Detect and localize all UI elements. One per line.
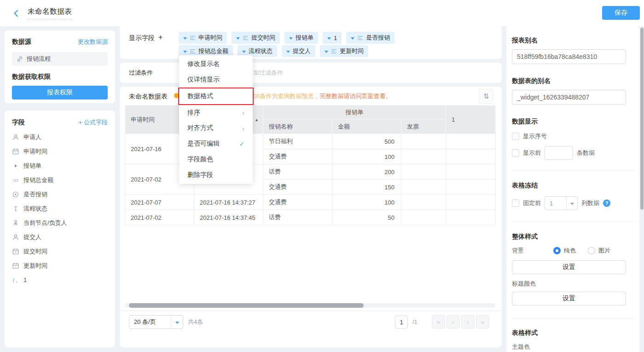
cell-formula: [446, 180, 496, 195]
field-item-total-amount[interactable]: 123 报销总金额: [12, 173, 108, 187]
image-radio[interactable]: 图片: [588, 246, 610, 255]
field-chip-container: 申请时间 提交时间 报销单 1 是否报销: [179, 32, 395, 55]
add-display-field-button[interactable]: +: [158, 34, 162, 41]
field-item-label: 当前节点/负责人: [23, 219, 67, 227]
report-permission-button[interactable]: 报表权限: [12, 86, 108, 100]
solid-color-radio[interactable]: 纯色: [553, 246, 576, 255]
page-number-input[interactable]: [395, 316, 408, 329]
chevron-down-icon[interactable]: [242, 51, 246, 53]
field-item-current-node[interactable]: 当前节点/负责人: [12, 216, 108, 230]
field-chip-expense-form[interactable]: 报销单: [284, 32, 318, 44]
freeze-checkbox[interactable]: [512, 199, 519, 207]
field-chip-submitter[interactable]: 提交人: [282, 45, 315, 57]
caret-right-icon: [12, 162, 19, 170]
show-index-checkbox[interactable]: [512, 133, 519, 140]
check-icon: ✓: [239, 141, 244, 147]
chevron-down-icon[interactable]: [325, 51, 328, 53]
cell-amount: 150: [332, 180, 401, 195]
menu-item-detail-only[interactable]: 仅详情显示: [179, 72, 253, 88]
prev-page-button[interactable]: ‹: [447, 315, 460, 329]
menu-item-sort[interactable]: 排序›: [179, 105, 253, 121]
page-size-select[interactable]: 20 条/页: [129, 315, 183, 329]
save-button[interactable]: 保存: [602, 6, 640, 20]
divider: [512, 221, 634, 222]
menu-item-editable[interactable]: 是否可编辑✓: [179, 136, 253, 152]
field-chip-formula-1[interactable]: 1: [323, 32, 342, 44]
field-chip-is-reimbursed[interactable]: 是否报销: [346, 32, 395, 44]
field-item-formula-1[interactable]: fx 1: [12, 273, 108, 287]
table-alias-input[interactable]: [512, 90, 626, 105]
overall-style-label: 整体样式: [512, 233, 627, 241]
chevron-down-icon[interactable]: [289, 37, 293, 40]
cell-amount: 200: [332, 164, 401, 180]
datasource-item[interactable]: 报销流程: [12, 52, 108, 66]
help-icon[interactable]: ?: [603, 199, 610, 207]
cell-formula: [446, 149, 496, 164]
last-page-button[interactable]: »: [476, 315, 489, 329]
field-item-process-status[interactable]: 流程状态: [12, 201, 108, 216]
field-chip-label: 报销单: [296, 34, 313, 42]
menu-item-alignment[interactable]: 对齐方式›: [179, 121, 253, 136]
field-item-apply-time[interactable]: 7 申请时间: [12, 144, 108, 158]
cell-invoice: [401, 134, 446, 149]
sort-arrows-icon: ⇅: [483, 92, 489, 100]
chevron-down-icon[interactable]: [286, 51, 290, 53]
column-sort-button[interactable]: ⇅: [479, 89, 493, 104]
preview-panel: 未命名数据表 00条作为查询数据预览，完整数据请访问页面查看。 ⇅ 申请时间 提…: [120, 87, 502, 347]
horizontal-scrollbar-thumb[interactable]: [129, 303, 364, 308]
vertical-scrollbar-thumb[interactable]: [640, 28, 644, 210]
report-alias-input[interactable]: [512, 49, 626, 64]
field-chip-update-time[interactable]: 更新时间: [320, 45, 368, 57]
align-left-icon: [331, 49, 337, 54]
field-item-expense-form[interactable]: 报销单: [12, 158, 108, 173]
chevron-down-icon[interactable]: [236, 37, 240, 40]
field-chip-label: 提交时间: [251, 34, 275, 42]
freeze-count-select[interactable]: 1: [545, 196, 578, 210]
chevron-down-icon[interactable]: [566, 197, 577, 210]
cell-submit-time: 2021-07-16 14:37:45: [194, 210, 263, 225]
field-item-label: 申请人: [23, 133, 41, 141]
svg-text:f: f: [13, 278, 15, 283]
menu-item-rename[interactable]: 修改显示名: [179, 56, 253, 72]
chevron-down-icon[interactable]: [183, 37, 187, 40]
chevron-down-icon[interactable]: [351, 37, 354, 40]
add-formula-field-link[interactable]: + 公式字段: [79, 118, 108, 127]
field-chip-submit-time[interactable]: 提交时间: [232, 32, 280, 44]
field-item-submit-time[interactable]: 7 提交时间: [12, 244, 108, 258]
field-item-submitter[interactable]: 提交人: [12, 230, 108, 244]
formula-icon: fx: [12, 276, 19, 284]
field-item-is-reimbursed[interactable]: 是否报销: [12, 187, 108, 201]
theme-color-label: 主题色: [512, 343, 627, 351]
svg-text:123: 123: [13, 179, 18, 182]
svg-text:x: x: [16, 280, 17, 283]
column-header-formula-1[interactable]: 1: [446, 106, 496, 134]
field-item-update-time[interactable]: 7 更新时间: [12, 258, 108, 273]
field-item-label: 报销总金额: [23, 176, 53, 184]
column-header-invoice[interactable]: 发票: [401, 119, 446, 134]
show-first-checkbox[interactable]: [512, 149, 519, 157]
add-filter-link[interactable]: 加过滤条件: [253, 69, 283, 77]
back-button[interactable]: [10, 7, 22, 19]
column-group-expense-form[interactable]: 报销单: [263, 106, 446, 119]
chevron-down-icon[interactable]: [183, 51, 187, 53]
chevron-down-icon[interactable]: [327, 37, 331, 40]
title-color-setting-button[interactable]: 设置: [512, 292, 626, 305]
next-page-button[interactable]: ›: [461, 315, 475, 329]
table-row: 2021-07-02 2021-07-16 14:37:45 话费 50: [125, 210, 496, 225]
field-chip-apply-time[interactable]: 申请时间: [179, 32, 227, 44]
datasource-title: 数据源: [12, 38, 31, 46]
field-item-applicant[interactable]: 申请人: [12, 130, 108, 144]
menu-item-delete-field[interactable]: 删除字段: [179, 167, 253, 183]
column-header-expense-name[interactable]: 报销名称: [263, 119, 332, 134]
menu-item-field-color[interactable]: 字段颜色: [179, 152, 253, 167]
row-limit-input[interactable]: [545, 146, 573, 160]
horizontal-scrollbar[interactable]: [125, 303, 495, 308]
background-setting-button[interactable]: 设置: [512, 260, 626, 274]
column-header-amount[interactable]: 金额: [332, 119, 401, 134]
menu-item-data-format[interactable]: 数据格式: [178, 88, 254, 105]
change-datasource-link[interactable]: 更改数据源: [78, 38, 108, 46]
chevron-down-icon[interactable]: [171, 316, 183, 329]
first-page-button[interactable]: «: [432, 315, 445, 329]
align-left-icon: [190, 35, 196, 41]
field-item-label: 申请时间: [23, 147, 47, 156]
